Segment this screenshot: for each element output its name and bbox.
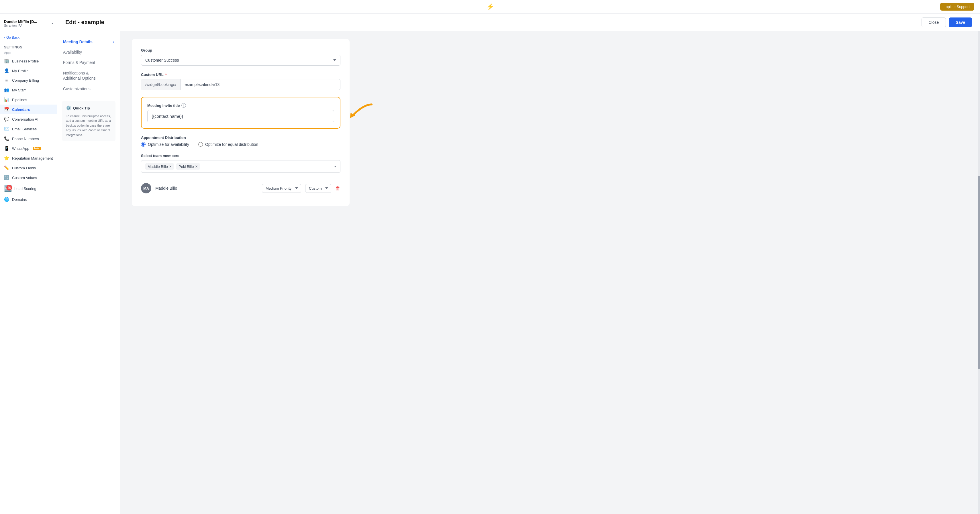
radio-availability[interactable]: Optimize for availability <box>141 142 189 147</box>
tags-dropdown-chevron: ▾ <box>334 165 336 169</box>
quick-tip-box: ⚙️ Quick Tip To ensure uninterrupted acc… <box>62 101 116 141</box>
custom-url-inner: /widget/bookings/ <box>141 79 340 90</box>
company-name: Dunder Mifflin [D... <box>4 19 37 24</box>
reputation-icon: ⭐ <box>4 156 9 161</box>
sidebar-label-company-billing: Company Billing <box>12 78 39 83</box>
scrollbar[interactable] <box>978 31 980 514</box>
sidebar-item-business-profile[interactable]: 🏢 Business Profile <box>0 56 57 66</box>
sidebar-item-lead-scoring[interactable]: 🔤 46 Lead Scoring <box>0 183 57 194</box>
sidebar-label-business-profile: Business Profile <box>12 59 39 63</box>
radio-equal-input[interactable] <box>198 142 203 147</box>
distribution-label: Appointment Distribution <box>141 135 340 140</box>
member-priority-select[interactable]: Medium Priority <box>262 184 301 193</box>
company-selector[interactable]: Dunder Mifflin [D... Scranton, PA ▾ <box>0 17 57 32</box>
meeting-title-input[interactable] <box>147 110 334 123</box>
nav-label-forms-payment: Forms & Payment <box>63 60 95 65</box>
tag-poki: Poki Billo × <box>176 163 200 170</box>
go-back-link[interactable]: ‹ Go Back <box>0 34 57 43</box>
my-profile-icon: 👤 <box>4 68 9 73</box>
back-arrow-icon: ‹ <box>4 35 5 40</box>
member-avatar-maddie: MA <box>141 183 151 193</box>
tag-poki-remove[interactable]: × <box>195 164 197 169</box>
custom-url-label: Custom URL * <box>141 73 340 77</box>
group-label: Group <box>141 48 340 53</box>
member-row-maddie: MA Maddie Billo Medium Priority Custom 🗑 <box>141 180 340 197</box>
tag-poki-name: Poki Billo <box>178 164 194 169</box>
sidebar-label-email-services: Email Services <box>12 127 37 131</box>
lightning-icon: ⚡ <box>486 3 494 11</box>
sidebar-item-custom-values[interactable]: 🔢 Custom Values <box>0 173 57 183</box>
scrollbar-thumb <box>978 176 980 369</box>
nav-customizations[interactable]: Customizations <box>57 84 120 94</box>
sidebar-label-custom-fields: Custom Fields <box>12 166 36 170</box>
left-nav: Meeting Details › Availability Forms & P… <box>57 31 120 514</box>
sidebar-item-calendars[interactable]: 📅 Calendars <box>0 105 57 114</box>
sidebar-label-lead-scoring: Lead Scoring <box>14 186 37 191</box>
info-icon: i <box>181 103 186 108</box>
nav-forms-payment[interactable]: Forms & Payment <box>57 57 120 68</box>
tag-maddie-remove[interactable]: × <box>169 164 172 169</box>
url-input[interactable] <box>181 80 340 90</box>
apps-label: Apps <box>0 51 57 56</box>
sidebar-item-company-billing[interactable]: ≡ Company Billing <box>0 76 57 85</box>
meeting-title-label: Meeting invite title i <box>147 103 334 108</box>
tag-maddie-name: Maddie Billo <box>148 164 168 169</box>
topbar: ⚡ topline Support <box>0 0 980 14</box>
group-select[interactable]: Customer Success <box>141 55 340 65</box>
company-location: Scranton, PA <box>4 24 37 27</box>
member-delete-button[interactable]: 🗑 <box>335 185 340 191</box>
nav-meeting-details[interactable]: Meeting Details › <box>57 37 120 47</box>
nav-chevron-icon: › <box>113 40 115 43</box>
header-actions: Close Save <box>921 18 972 27</box>
sidebar-item-phone-numbers[interactable]: 📞 Phone Numbers <box>0 134 57 143</box>
member-name-maddie: Maddie Billo <box>155 186 258 191</box>
member-custom-select[interactable]: Custom <box>305 184 331 193</box>
nav-notifications[interactable]: Notifications &Additional Options <box>57 68 120 84</box>
sidebar-label-domains: Domains <box>12 197 27 202</box>
sidebar-item-email-services[interactable]: ✉️ Email Services <box>0 124 57 134</box>
nav-availability[interactable]: Availability <box>57 47 120 57</box>
pipelines-icon: 📊 <box>4 97 9 102</box>
sidebar-item-pipelines[interactable]: 📊 Pipelines <box>0 95 57 105</box>
sidebar-label-my-profile: My Profile <box>12 69 29 73</box>
sidebar-label-calendars: Calendars <box>12 107 30 112</box>
radio-equal[interactable]: Optimize for equal distribution <box>198 142 258 147</box>
sidebar: Dunder Mifflin [D... Scranton, PA ▾ ‹ Go… <box>0 14 57 514</box>
sidebar-label-reputation: Reputation Management <box>12 156 53 161</box>
sidebar-label-phone-numbers: Phone Numbers <box>12 137 39 141</box>
calendars-icon: 📅 <box>4 107 9 112</box>
support-button[interactable]: topline Support <box>940 3 974 11</box>
app-layout: Dunder Mifflin [D... Scranton, PA ▾ ‹ Go… <box>0 14 980 514</box>
custom-values-icon: 🔢 <box>4 175 9 180</box>
team-members-tags[interactable]: Maddie Billo × Poki Billo × ▾ <box>141 160 340 173</box>
main-area: Edit - example Close Save Meeting Detail… <box>57 14 980 514</box>
business-profile-icon: 🏢 <box>4 59 9 64</box>
sidebar-item-whatsapp[interactable]: 📱 WhatsApp beta <box>0 143 57 153</box>
sidebar-item-my-staff[interactable]: 👥 My Staff <box>0 85 57 95</box>
sidebar-item-my-profile[interactable]: 👤 My Profile <box>0 66 57 76</box>
url-prefix: /widget/bookings/ <box>141 80 181 90</box>
nav-label-availability: Availability <box>63 50 82 54</box>
sidebar-label-conversation-ai: Conversation AI <box>12 117 38 121</box>
custom-fields-icon: ✏️ <box>4 165 9 170</box>
email-services-icon: ✉️ <box>4 126 9 132</box>
beta-badge: beta <box>33 147 41 150</box>
sidebar-label-pipelines: Pipelines <box>12 98 27 102</box>
phone-numbers-icon: 📞 <box>4 136 9 141</box>
sidebar-label-custom-values: Custom Values <box>12 176 37 180</box>
lead-scoring-icon: 🔤 46 <box>4 185 9 192</box>
close-button[interactable]: Close <box>921 18 946 27</box>
save-button[interactable]: Save <box>949 18 972 27</box>
radio-availability-input[interactable] <box>141 142 146 147</box>
sidebar-item-custom-fields[interactable]: ✏️ Custom Fields <box>0 163 57 173</box>
sidebar-item-domains[interactable]: 🌐 Domains <box>0 194 57 204</box>
sidebar-label-whatsapp: WhatsApp <box>12 146 29 151</box>
form-area: Group Customer Success Custom URL * <box>120 31 978 514</box>
required-indicator: * <box>165 73 167 77</box>
sidebar-item-reputation-management[interactable]: ⭐ Reputation Management <box>0 153 57 163</box>
meeting-title-section: Meeting invite title i <box>141 97 340 129</box>
company-billing-icon: ≡ <box>4 78 9 83</box>
sidebar-item-conversation-ai[interactable]: 💬 Conversation AI <box>0 114 57 124</box>
team-members-field: Select team members Maddie Billo × Poki … <box>141 154 340 173</box>
lead-scoring-badge: 46 <box>6 185 12 191</box>
